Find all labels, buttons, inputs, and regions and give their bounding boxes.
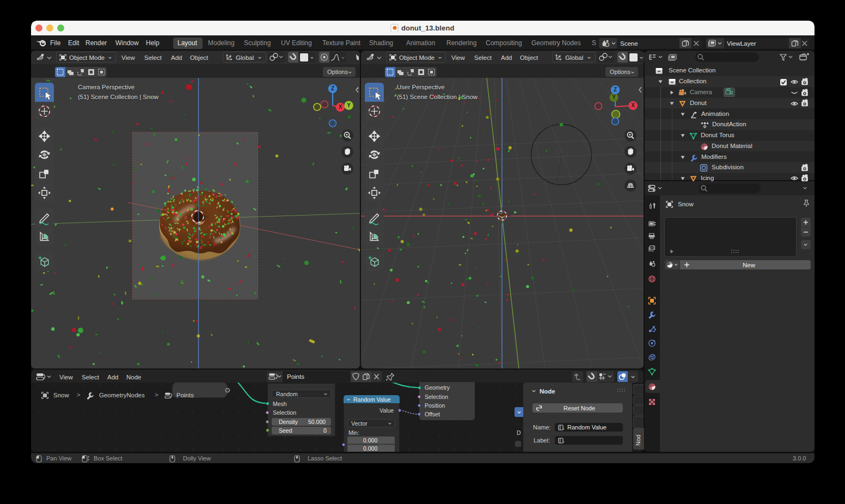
svg-text:Y: Y: [612, 94, 616, 100]
svg-text:X: X: [631, 102, 635, 108]
svg-text:Z: Z: [614, 87, 617, 93]
svg-text:Y: Y: [347, 102, 351, 108]
svg-text:Z: Z: [331, 85, 334, 91]
svg-text:X: X: [339, 104, 342, 110]
